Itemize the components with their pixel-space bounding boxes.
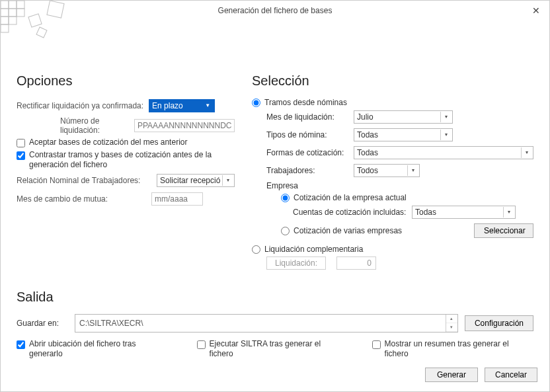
mes-cambio-label: Mes de cambio de mutua: — [17, 194, 108, 204]
guardar-path: C:\SILTRA\XECR\ — [79, 319, 143, 328]
cuentas-value: Todas — [415, 208, 436, 217]
rectificar-select[interactable]: En plazo ▼ — [149, 99, 215, 112]
opciones-heading: Opciones — [17, 73, 235, 89]
generar-button[interactable]: Generar — [425, 368, 478, 382]
guardar-label: Guardar en: — [17, 319, 68, 328]
abrir-ubicacion-checkbox[interactable] — [17, 340, 25, 349]
mostrar-resumen-label: Mostrar un resumen tras generar el fiche… — [385, 339, 533, 359]
contrastar-checkbox[interactable] — [17, 151, 25, 160]
svg-rect-11 — [36, 27, 47, 38]
configuracion-button[interactable]: Configuración — [465, 315, 533, 331]
num-liq-label: Número de liquidación: — [60, 116, 129, 135]
formas-select[interactable]: Todas ▾ — [354, 146, 533, 159]
empresa-label: Empresa — [266, 181, 533, 190]
guardar-path-box[interactable]: C:\SILTRA\XECR\ ▴ ▾ — [75, 314, 458, 333]
chevron-down-icon: ▾ — [440, 130, 451, 140]
chevron-down-icon: ▾ — [521, 147, 531, 158]
chevron-down-icon[interactable]: ▾ — [446, 323, 457, 332]
liq-comp-radio[interactable] — [252, 245, 260, 254]
cuentas-label: Cuentas de cotización incluidas: — [293, 208, 412, 217]
cancelar-button[interactable]: Cancelar — [485, 368, 537, 382]
rectificar-value: En plazo — [152, 101, 183, 110]
seleccionar-button[interactable]: Seleccionar — [474, 223, 533, 238]
tipos-value: Todas — [357, 130, 378, 139]
relacion-select[interactable]: Solicitar recepció ▾ — [157, 174, 235, 187]
empresa-actual-radio[interactable] — [281, 194, 290, 202]
tramos-label: Tramos desde nóminas — [264, 98, 347, 107]
relacion-label: Relación Nominal de Trabajadores: — [17, 176, 140, 185]
mes-liq-label: Mes de liquidación: — [266, 112, 354, 122]
trabajadores-select[interactable]: Todos ▾ — [354, 164, 420, 177]
empresa-varias-label: Cotización de varias empresas — [294, 226, 402, 235]
formas-value: Todas — [357, 148, 378, 157]
trabajadores-value: Todos — [357, 166, 378, 175]
liq-box-label: Liquidación: — [266, 256, 326, 270]
empresa-varias-radio[interactable] — [281, 227, 290, 235]
tramos-radio[interactable] — [252, 98, 260, 107]
title-bar: Generación del fichero de bases ✕ — [1, 1, 549, 20]
chevron-up-icon[interactable]: ▴ — [446, 315, 457, 323]
formas-label: Formas de cotización: — [266, 148, 354, 157]
contrastar-label: Contrastar tramos y bases de cotización … — [29, 150, 227, 170]
chevron-down-icon: ▾ — [503, 207, 514, 217]
close-icon[interactable]: ✕ — [528, 1, 544, 20]
cuentas-select[interactable]: Todas ▾ — [412, 206, 516, 219]
liq-comp-label: Liquidación complementaria — [264, 245, 363, 254]
seleccion-heading: Selección — [252, 73, 533, 89]
abrir-ubicacion-label: Abrir ubicación del fichero tras generar… — [29, 339, 171, 359]
chevron-down-icon: ▾ — [407, 165, 418, 176]
mes-liq-value: Julio — [357, 112, 373, 122]
chevron-down-icon: ▼ — [202, 100, 213, 111]
svg-rect-8 — [1, 24, 9, 32]
trabajadores-label: Trabajadores: — [266, 166, 354, 175]
path-spinner[interactable]: ▴ ▾ — [446, 315, 457, 332]
chevron-down-icon: ▾ — [440, 112, 451, 122]
window-title: Generación del fichero de bases — [218, 6, 333, 15]
aceptar-bases-label: Aceptar bases de cotización del mes ante… — [29, 137, 187, 147]
ejecutar-siltra-label: Ejecutar SILTRA tras generar el fichero — [210, 339, 346, 359]
tipos-label: Tipos de nómina: — [266, 130, 354, 139]
mostrar-resumen-checkbox[interactable] — [372, 340, 381, 349]
aceptar-bases-checkbox[interactable] — [17, 139, 25, 147]
chevron-down-icon: ▾ — [222, 175, 233, 186]
empresa-actual-label: Cotización de la empresa actual — [294, 193, 407, 202]
mes-cambio-input — [151, 192, 203, 206]
liq-value: 0 — [336, 256, 376, 270]
footer-buttons: Generar Cancelar — [425, 368, 537, 382]
rectificar-label: Rectificar liquidación ya confirmada: — [17, 101, 143, 110]
mes-liq-select[interactable]: Julio ▾ — [354, 110, 453, 124]
ejecutar-siltra-checkbox[interactable] — [197, 340, 206, 349]
relacion-value: Solicitar recepció — [160, 176, 220, 185]
tipos-select[interactable]: Todas ▾ — [354, 128, 453, 141]
salida-heading: Salida — [17, 290, 533, 305]
num-liq-input — [134, 119, 235, 132]
